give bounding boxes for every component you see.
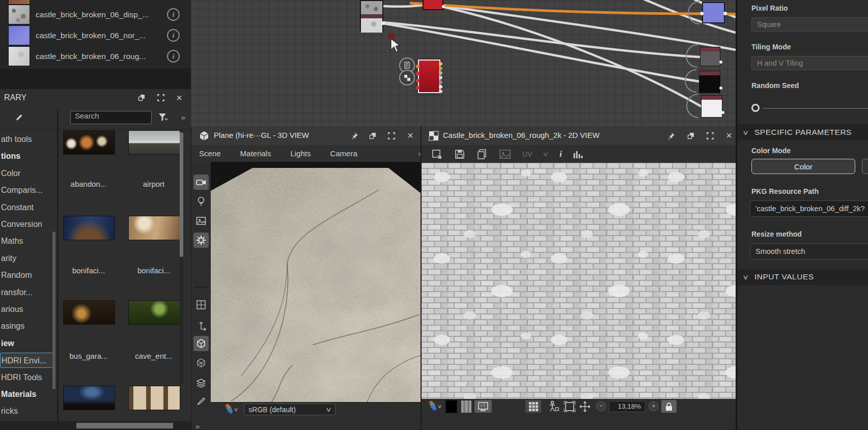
node-graph-canvas[interactable] xyxy=(191,0,736,126)
uv-grid-icon[interactable] xyxy=(193,297,209,312)
sidebar-category-ransfor-[interactable]: ransfor... xyxy=(0,285,55,300)
thumbnail-scrollbar[interactable] xyxy=(180,130,183,384)
colorspace-dropdown[interactable]: sRGB (default) ∨ xyxy=(244,404,335,415)
library-thumbnail[interactable] xyxy=(63,386,115,410)
close-icon[interactable]: × xyxy=(173,92,185,104)
node-output-dot[interactable] xyxy=(439,85,442,89)
specific-parameters-header[interactable]: ∨ SPECIFIC PARAMETERS xyxy=(737,124,868,140)
sidebar-category-arious[interactable]: arious xyxy=(0,302,55,317)
sidebar-category-iew[interactable]: iew xyxy=(0,336,55,351)
input-values-header[interactable]: ∨ INPUT VALUES xyxy=(737,269,868,285)
menu-camera[interactable]: Camera xyxy=(330,149,357,158)
lock-zoom-icon[interactable] xyxy=(661,400,677,413)
chevron-down-icon[interactable]: ∨ xyxy=(234,407,239,412)
scrollbar-thumb[interactable] xyxy=(76,423,173,428)
chevron-down-icon[interactable]: ∨ xyxy=(543,150,549,158)
maximize-icon[interactable] xyxy=(704,130,716,142)
node-input-dot[interactable] xyxy=(416,65,419,68)
node-output-dot[interactable] xyxy=(442,5,445,8)
wireframe-cube-icon[interactable] xyxy=(193,355,209,370)
zoom-in-button[interactable]: + xyxy=(649,402,658,411)
solid-cube-icon[interactable] xyxy=(193,336,209,351)
copy-icon[interactable] xyxy=(477,149,488,160)
more-options-chevrons[interactable]: » xyxy=(177,111,189,123)
node-output-dot[interactable] xyxy=(439,76,442,79)
graph-node-normal-blue[interactable] xyxy=(702,2,725,23)
graph-node-grayscale-stack[interactable] xyxy=(360,0,383,32)
node-output-dot[interactable] xyxy=(719,61,722,64)
search-input[interactable]: Search xyxy=(70,111,152,124)
fit-frame-icon[interactable] xyxy=(564,401,576,412)
2d-viewport-texture[interactable]: ∨ − 13,18% + xyxy=(422,163,737,413)
sidebar-category-ath-tools[interactable]: ath tools xyxy=(0,132,55,147)
maximize-icon[interactable] xyxy=(385,130,398,142)
sidebar-category-tions[interactable]: tions xyxy=(0,149,55,164)
tiling-grid-icon[interactable] xyxy=(525,400,541,413)
gradient-swatch[interactable] xyxy=(461,400,471,413)
sidebar-category-comparis-[interactable]: Comparis... xyxy=(0,183,55,198)
mannequin-scale-icon[interactable] xyxy=(547,400,559,413)
node-output-dot[interactable] xyxy=(439,62,442,66)
zoom-level-field[interactable]: 13,18% xyxy=(609,401,646,412)
float-window-icon[interactable] xyxy=(685,130,697,142)
menu-scene[interactable]: Scene xyxy=(199,149,221,158)
library-thumbnail[interactable] xyxy=(63,216,115,240)
chevron-down-icon[interactable]: ∨ xyxy=(437,404,442,409)
library-thumbnail[interactable] xyxy=(128,130,180,155)
horizontal-scrollbar[interactable] xyxy=(0,421,191,430)
node-input-dot[interactable] xyxy=(416,79,419,82)
graph-node-red-top[interactable] xyxy=(423,0,443,10)
node-action-button-preview[interactable] xyxy=(399,70,415,85)
layers-stack-icon[interactable] xyxy=(193,376,209,391)
2d-view-titlebar[interactable]: Castle_brick_broken_06_rough_2k - 2D VIE… xyxy=(422,126,737,146)
library-thumbnail[interactable] xyxy=(128,216,180,240)
node-output-dot[interactable] xyxy=(439,67,442,70)
camera-tool-icon[interactable] xyxy=(193,175,209,190)
menu-materials[interactable]: Materials xyxy=(240,149,271,158)
3d-viewport[interactable]: ∨ sRGB (default) ∨ xyxy=(211,162,421,416)
toolcol-more-chevrons[interactable]: » xyxy=(195,422,200,430)
zoom-out-button[interactable]: − xyxy=(596,402,606,411)
node-input-dot[interactable] xyxy=(700,12,704,15)
node-output-dot[interactable] xyxy=(439,80,442,84)
histogram-icon[interactable] xyxy=(573,149,583,159)
node-output-dot[interactable] xyxy=(723,12,727,15)
sidebar-category-hdri-envi-[interactable]: HDRI Envi... xyxy=(0,353,55,368)
node-output-dot[interactable] xyxy=(381,21,385,25)
sidebar-category-arity[interactable]: arity xyxy=(0,251,55,266)
file-row[interactable]: castle_brick_broken_06_nor_...i xyxy=(0,25,191,46)
3d-view-titlebar[interactable]: Plane (hi-re···GL - 3D VIEW × xyxy=(191,126,421,146)
pin-icon[interactable] xyxy=(348,130,360,142)
library-thumbnail[interactable] xyxy=(128,300,180,325)
edit-pencil-icon[interactable] xyxy=(13,111,25,124)
sidebar-category-hdri-tools[interactable]: HDRI Tools xyxy=(0,370,55,385)
node-output-dot[interactable] xyxy=(721,111,724,114)
sidebar-category-conversion[interactable]: Conversion xyxy=(0,217,55,232)
save-icon[interactable] xyxy=(454,149,465,160)
graph-node-selected-red[interactable] xyxy=(418,60,440,93)
node-output-dot[interactable] xyxy=(439,71,442,75)
float-window-icon[interactable] xyxy=(367,130,379,142)
library-thumbnail[interactable] xyxy=(63,130,115,155)
color-mode-grayscale-button-partial[interactable] xyxy=(862,159,868,174)
node-input-dot[interactable] xyxy=(416,86,419,90)
image-frame-icon[interactable] xyxy=(499,149,511,160)
close-icon[interactable]: × xyxy=(723,129,735,141)
sidebar-category-random[interactable]: Random xyxy=(0,268,55,283)
background-color-swatch[interactable] xyxy=(445,400,457,413)
brush-tool-icon[interactable] xyxy=(193,393,209,409)
graph-node-black[interactable] xyxy=(699,71,720,93)
info-icon[interactable]: i xyxy=(167,50,180,63)
node-output-dot[interactable] xyxy=(719,87,722,90)
export-image-icon[interactable] xyxy=(432,149,443,160)
color-mode-color-button[interactable]: Color xyxy=(751,159,855,174)
random-seed-slider-track[interactable] xyxy=(763,108,868,109)
info-icon[interactable]: i xyxy=(167,8,180,21)
library-thumbnail[interactable] xyxy=(63,300,115,325)
maximize-icon[interactable] xyxy=(155,92,167,104)
info-icon[interactable]: i xyxy=(167,29,180,42)
gear-settings-icon[interactable] xyxy=(193,233,209,248)
sidebar-category-maths[interactable]: Maths xyxy=(0,234,55,249)
move-axes-icon[interactable] xyxy=(193,318,209,333)
file-row[interactable]: castle_brick_broken_06_disp_...i xyxy=(0,4,191,25)
